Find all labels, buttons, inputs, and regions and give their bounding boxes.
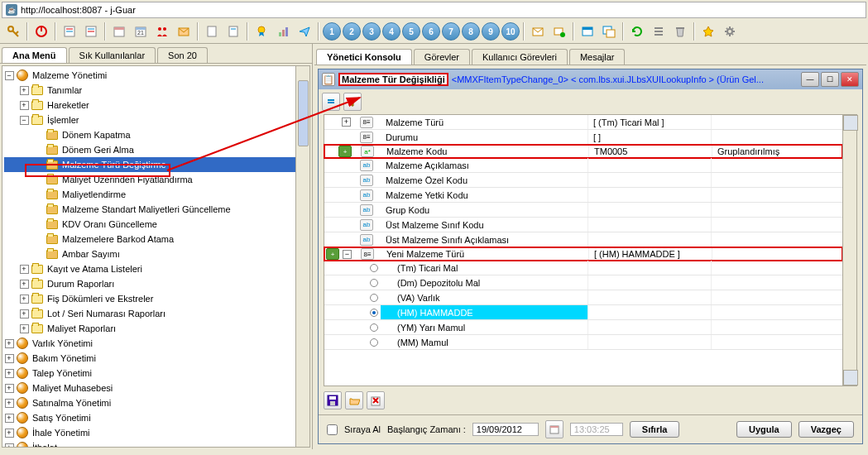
- refresh-icon[interactable]: [627, 22, 647, 41]
- key-icon[interactable]: [3, 22, 23, 41]
- filter-filter-button[interactable]: [343, 93, 362, 111]
- window-icon[interactable]: [578, 22, 597, 41]
- num-3-button[interactable]: 3: [362, 22, 381, 41]
- calendar-picker-icon[interactable]: [545, 420, 563, 438]
- form-row[interactable]: 8≡Durumu[ ]: [324, 130, 842, 145]
- people-icon[interactable]: [152, 22, 172, 41]
- form-value[interactable]: [ (HM) HAMMADDE ]: [588, 248, 712, 260]
- left-tab-0[interactable]: Ana Menü: [2, 47, 67, 63]
- chart-icon[interactable]: [273, 22, 293, 41]
- tree-view[interactable]: −Malzeme Yönetimi+Tanımlar+Hareketler−İş…: [2, 65, 310, 448]
- form-row[interactable]: abMalzeme Özel Kodu: [324, 173, 842, 188]
- tree-item[interactable]: Malzeme Standart Maliyetleri Güncelleme: [4, 202, 308, 217]
- left-tab-1[interactable]: Sık Kullanılanlar: [69, 47, 156, 63]
- tree-item[interactable]: Ambar Sayımı: [4, 247, 308, 261]
- tree-item[interactable]: Maliyet Üzerinden Fiyatlandırma: [4, 172, 308, 187]
- tree-item[interactable]: +Satınalma Yönetimi: [4, 395, 308, 410]
- tree-item[interactable]: +Maliyet Muhasebesi: [4, 381, 308, 395]
- tree-item[interactable]: +Kayıt ve Atama Listeleri: [4, 261, 308, 276]
- minimize-button[interactable]: —: [801, 72, 819, 87]
- form-icon[interactable]: [60, 22, 79, 41]
- form-row[interactable]: +−8≡Yeni Malzeme Türü[ (HM) HAMMADDE ]: [324, 247, 843, 261]
- form-row[interactable]: (MM) Mamul: [324, 335, 842, 350]
- tree-scrollbar[interactable]: [295, 66, 309, 447]
- right-tab-0[interactable]: Yönetici Konsolu: [316, 49, 412, 65]
- apply-button[interactable]: Uygula: [736, 421, 792, 438]
- num-9-button[interactable]: 9: [482, 22, 500, 41]
- form-row[interactable]: abMalzeme Yetki Kodu: [324, 188, 842, 203]
- tree-item[interactable]: Malzemelere Barkod Atama: [4, 232, 308, 247]
- form-row[interactable]: (Dm) Depozitolu Mal: [324, 275, 842, 290]
- cancel-button[interactable]: Vazgeç: [798, 421, 854, 438]
- mail-icon[interactable]: [174, 22, 194, 41]
- send-icon[interactable]: [295, 22, 314, 41]
- mailbox-icon[interactable]: [528, 22, 548, 41]
- form-row[interactable]: abMalzeme Açıklaması: [324, 158, 842, 173]
- form-row[interactable]: (YM) Yarı Mamul: [324, 320, 842, 335]
- report-icon[interactable]: [223, 22, 243, 41]
- queue-checkbox[interactable]: [327, 424, 338, 435]
- tree-item[interactable]: +Varlık Yönetimi: [4, 336, 308, 351]
- form-row[interactable]: +8≡Malzeme Türü[ (Tm) Ticari Mal ]: [324, 115, 842, 130]
- tree-item[interactable]: +Bakım Yönetimi: [4, 351, 308, 366]
- tree-item[interactable]: +İthalat: [4, 440, 308, 448]
- form-row[interactable]: (HM) HAMMADDE: [324, 305, 842, 320]
- open-button[interactable]: [345, 391, 363, 410]
- form-row[interactable]: abÜst Malzeme Sınıf Kodu: [324, 218, 842, 232]
- form-row[interactable]: abGrup Kodu: [324, 203, 842, 218]
- form-value[interactable]: [ (Tm) Ticari Mal ]: [587, 115, 712, 129]
- tree-item[interactable]: +Tanımlar: [4, 83, 308, 98]
- tree-item[interactable]: +Talep Yönetimi: [4, 366, 308, 381]
- form-value[interactable]: [587, 261, 712, 275]
- num-6-button[interactable]: 6: [422, 22, 440, 41]
- num-2-button[interactable]: 2: [343, 22, 361, 41]
- tree-item[interactable]: −Malzeme Yönetimi: [4, 68, 308, 83]
- tree-item[interactable]: +Durum Raporları: [4, 276, 308, 291]
- right-tab-2[interactable]: Kullanıcı Görevleri: [472, 49, 568, 65]
- form-value[interactable]: [587, 203, 712, 217]
- left-tab-2[interactable]: Son 20: [157, 47, 208, 63]
- form-value[interactable]: [587, 158, 712, 172]
- modal-titlebar[interactable]: 📋 Malzeme Tür Değişikliği <MMXFItemTypeC…: [319, 69, 862, 89]
- form-row[interactable]: (Tm) Ticari Mal: [324, 261, 842, 275]
- form-value[interactable]: [587, 218, 712, 232]
- form-value[interactable]: [587, 275, 712, 290]
- form-value[interactable]: [587, 173, 712, 187]
- filter-collapse-button[interactable]: [322, 93, 340, 111]
- tree-item[interactable]: −İşlemler: [4, 113, 308, 127]
- calendar-day-icon[interactable]: 21: [131, 22, 151, 41]
- addmail-icon[interactable]: [549, 22, 569, 41]
- content-scrollbar[interactable]: [842, 115, 856, 386]
- tree-item[interactable]: Dönem Kapatma: [4, 127, 308, 142]
- windows-icon[interactable]: [599, 22, 619, 41]
- save-button[interactable]: [324, 391, 342, 410]
- right-tab-1[interactable]: Görevler: [414, 49, 470, 65]
- tree-item[interactable]: +Satış Yönetimi: [4, 410, 308, 425]
- form-value[interactable]: [587, 232, 712, 247]
- tree-item[interactable]: +Lot / Seri Numarası Raporları: [4, 306, 308, 321]
- form-row[interactable]: (VA) Varlık: [324, 290, 842, 305]
- tree-item[interactable]: +Fiş Dökümleri ve Ekstreler: [4, 291, 308, 306]
- num-8-button[interactable]: 8: [462, 22, 480, 41]
- form-value[interactable]: [587, 290, 712, 304]
- form-value[interactable]: [587, 335, 712, 349]
- tree-item[interactable]: Malzeme Türü Değiştirme: [4, 157, 308, 172]
- form-row[interactable]: +a*Malzeme KoduTM0005Gruplandırılmış: [324, 144, 843, 159]
- form-value[interactable]: [587, 320, 712, 334]
- badge-icon[interactable]: [252, 22, 271, 41]
- form-value[interactable]: [587, 188, 712, 202]
- delete-button[interactable]: [367, 391, 385, 410]
- form-value[interactable]: [ ]: [587, 130, 712, 144]
- maximize-button[interactable]: ☐: [821, 72, 839, 87]
- form-row[interactable]: abÜst Malzeme Sınıfı Açıklaması: [324, 232, 842, 247]
- tree-item[interactable]: Maliyetlendirme: [4, 187, 308, 202]
- trash-icon[interactable]: [670, 22, 690, 41]
- num-1-button[interactable]: 1: [323, 22, 341, 41]
- calendar-icon[interactable]: [109, 22, 129, 41]
- right-tab-3[interactable]: Mesajlar: [569, 49, 626, 65]
- power-icon[interactable]: [31, 22, 51, 41]
- list-icon[interactable]: [649, 22, 669, 41]
- num-7-button[interactable]: 7: [442, 22, 460, 41]
- doc-icon[interactable]: [202, 22, 222, 41]
- form2-icon[interactable]: [81, 22, 101, 41]
